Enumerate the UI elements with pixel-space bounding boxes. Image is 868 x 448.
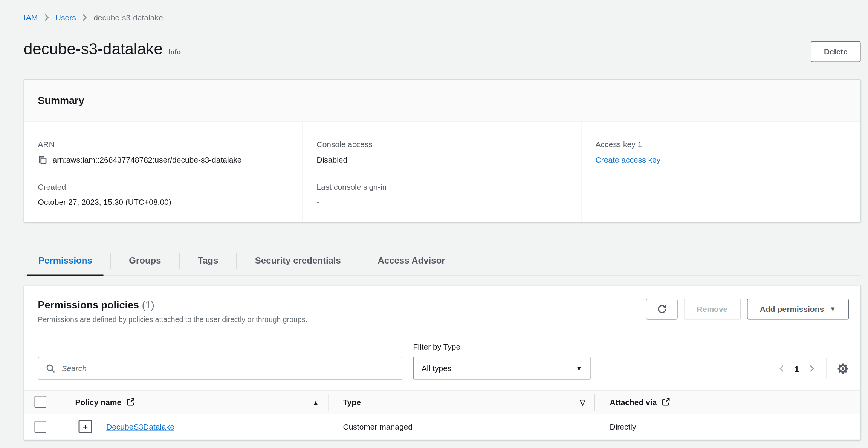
breadcrumb-current: decube-s3-datalake — [93, 13, 163, 22]
sort-ascending-icon[interactable]: ▲ — [313, 399, 319, 405]
row-checkbox[interactable] — [34, 420, 46, 433]
summary-card: Summary ARN arn:aws:iam::268437748782:us… — [24, 79, 861, 222]
external-link-icon — [127, 398, 135, 407]
info-link[interactable]: Info — [168, 48, 181, 56]
delete-button[interactable]: Delete — [811, 41, 860, 63]
type-filter-select[interactable]: All types ▼ — [413, 357, 591, 380]
created-field: Created October 27, 2023, 15:30 (UTC+08:… — [38, 182, 291, 207]
column-header-policy-name: Policy name — [75, 397, 122, 407]
created-value: October 27, 2023, 15:30 (UTC+08:00) — [38, 197, 171, 207]
filter-row: Filter by Type All types ▼ 1 — [24, 342, 860, 380]
page-header: decube-s3-datalake Info Delete — [24, 40, 861, 62]
remove-button[interactable]: Remove — [684, 299, 741, 320]
search-box — [38, 357, 403, 380]
policies-heading: Permissions policies (1) Permissions are… — [38, 299, 307, 324]
external-link-icon — [662, 398, 671, 407]
attached-via-value: Directly — [610, 422, 636, 431]
filter-by-type-label: Filter by Type — [413, 342, 591, 352]
summary-column-arn: ARN arn:aws:iam::268437748782:user/decub… — [24, 122, 303, 222]
policy-type-value: Customer managed — [343, 422, 413, 431]
caret-down-icon: ▼ — [830, 306, 836, 313]
page-title: decube-s3-datalake — [24, 40, 163, 59]
add-permissions-label: Add permissions — [760, 299, 824, 319]
policies-actions: Remove Add permissions ▼ — [646, 299, 849, 320]
add-permissions-button[interactable]: Add permissions ▼ — [747, 299, 849, 320]
last-signin-value: - — [316, 197, 319, 207]
last-signin-label: Last console sign-in — [316, 182, 570, 192]
tab-groups[interactable]: Groups — [118, 247, 172, 276]
tab-permissions[interactable]: Permissions — [27, 247, 104, 276]
summary-title: Summary — [38, 94, 847, 107]
chevron-right-icon — [82, 14, 87, 21]
summary-column-console: Console access Disabled Last console sig… — [303, 122, 581, 222]
type-filter-value: All types — [422, 364, 451, 373]
policies-count: (1) — [142, 299, 154, 311]
last-signin-field: Last console sign-in - — [316, 182, 570, 207]
policies-header: Permissions policies (1) Permissions are… — [24, 286, 860, 324]
iam-user-detail-page: IAM Users decube-s3-datalake decube-s3-d… — [0, 0, 868, 448]
created-label: Created — [38, 182, 291, 192]
copy-icon[interactable] — [38, 155, 48, 164]
create-access-key-link[interactable]: Create access key — [595, 155, 660, 165]
chevron-right-icon — [44, 14, 49, 21]
gear-icon[interactable] — [837, 362, 849, 374]
tab-security-credentials[interactable]: Security credentials — [244, 247, 352, 276]
tab-access-advisor[interactable]: Access Advisor — [366, 247, 456, 276]
breadcrumb-users-link[interactable]: Users — [55, 13, 76, 22]
pagination: 1 — [777, 357, 849, 380]
expand-row-button[interactable]: + — [79, 420, 92, 433]
arn-field: ARN arn:aws:iam::268437748782:user/decub… — [38, 139, 291, 165]
console-access-label: Console access — [316, 139, 570, 149]
search-icon — [46, 364, 56, 373]
next-page-icon[interactable] — [808, 364, 816, 373]
column-header-type: Type — [343, 397, 361, 407]
previous-page-icon[interactable] — [777, 364, 786, 373]
access-key-field: Access key 1 Create access key — [595, 139, 848, 165]
policies-description: Permissions are defined by policies atta… — [38, 315, 307, 324]
breadcrumb-iam-link[interactable]: IAM — [24, 13, 38, 22]
summary-column-access-key: Access key 1 Create access key — [581, 122, 860, 222]
policy-name-link[interactable]: DecubeS3Datalake — [106, 422, 174, 431]
arn-value: arn:aws:iam::268437748782:user/decube-s3… — [53, 155, 242, 165]
access-key-label: Access key 1 — [595, 139, 848, 149]
console-access-value: Disabled — [316, 155, 347, 165]
permissions-policies-card: Permissions policies (1) Permissions are… — [24, 285, 861, 440]
pager-divider — [826, 358, 827, 379]
type-filter-group: Filter by Type All types ▼ — [413, 342, 591, 380]
policies-table: Policy name ▲ Type ▽ Attached via — [24, 390, 860, 440]
column-filter-icon[interactable]: ▽ — [580, 398, 585, 407]
refresh-button[interactable] — [646, 299, 678, 320]
console-access-field: Console access Disabled — [316, 139, 570, 165]
current-page-number[interactable]: 1 — [794, 364, 799, 373]
refresh-icon — [656, 304, 667, 315]
tab-tags[interactable]: Tags — [186, 247, 229, 276]
breadcrumb: IAM Users decube-s3-datalake — [24, 0, 861, 22]
caret-down-icon: ▼ — [576, 365, 582, 371]
column-header-attached-via: Attached via — [610, 397, 657, 407]
search-input[interactable] — [61, 363, 395, 373]
policies-title: Permissions policies — [38, 299, 139, 311]
summary-card-header: Summary — [24, 80, 860, 123]
summary-body: ARN arn:aws:iam::268437748782:user/decub… — [24, 122, 860, 222]
tab-bar: Permissions Groups Tags Security credent… — [24, 247, 861, 276]
table-header-row: Policy name ▲ Type ▽ Attached via — [24, 390, 860, 414]
table-row: + DecubeS3Datalake Customer managed Dire… — [24, 414, 860, 440]
select-all-checkbox[interactable] — [34, 396, 46, 408]
arn-label: ARN — [38, 139, 291, 149]
